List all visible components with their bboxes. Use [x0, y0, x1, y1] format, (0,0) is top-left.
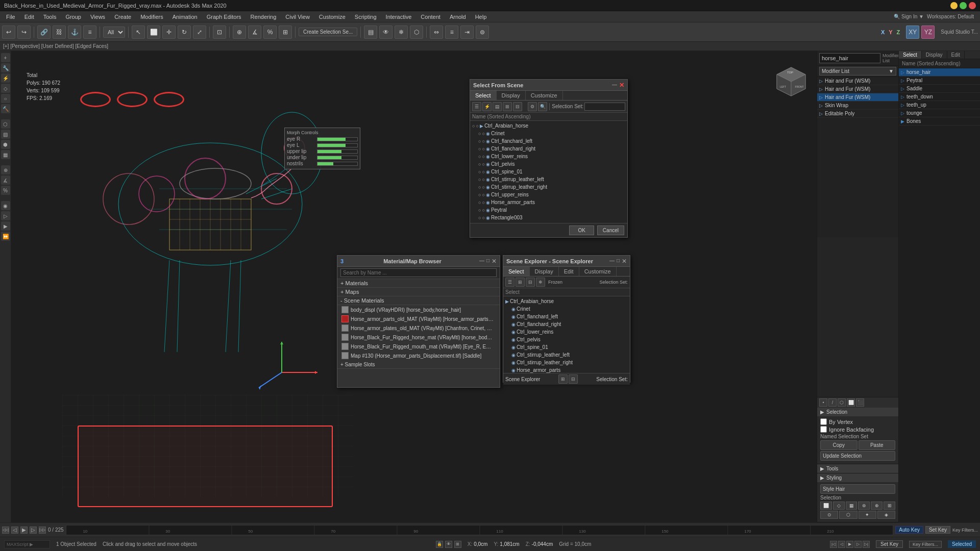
se-maxrestore-btn[interactable]: □ [617, 258, 620, 265]
sfs-tab-select[interactable]: Select [470, 91, 497, 100]
sfs-expand-btn[interactable]: ⊞ [503, 102, 512, 111]
snap-percent-btn[interactable]: % [263, 26, 277, 39]
sfs-tree-item-7[interactable]: ○ ○ ◉ Ctrl_stirrup_leather_left [470, 176, 627, 183]
set-key-btn[interactable]: Set Key [925, 526, 950, 534]
bottom-last-btn[interactable]: ▷| [863, 541, 870, 548]
unlink-btn[interactable]: ⛓ [53, 26, 66, 39]
se-item-1[interactable]: ◉ Crinet [503, 305, 630, 313]
mat-minimize-btn[interactable]: — [479, 258, 484, 265]
selection-rollout-header[interactable]: ▶ Selection [817, 408, 898, 416]
style-btn-6[interactable]: ⊞ [884, 502, 895, 510]
snap-spinner-btn[interactable]: ⊞ [279, 26, 292, 39]
sfs-cancel-btn[interactable]: Cancel [597, 226, 624, 235]
sfs-ok-btn[interactable]: OK [569, 226, 594, 235]
angle-snap-btn[interactable]: ∡ [1, 176, 10, 185]
display-item-2[interactable]: ▷ Saddle [899, 85, 980, 93]
sfs-tree-item-11[interactable]: ○ ○ ◉ Peytral [470, 206, 627, 214]
snap-toggle-btn[interactable]: ⊕ [233, 26, 246, 39]
mat-item-4[interactable]: Horse_Black_Fur_Rigged_mouth_mat (VRayMt… [337, 342, 500, 351]
timeline-prev-btn[interactable]: ◁ [11, 527, 18, 534]
sfs-options-btn[interactable]: ⚙ [528, 102, 537, 111]
se-item-3[interactable]: ◉ Ctrl_flanchard_right [503, 320, 630, 328]
object-name-input[interactable]: horse_hair [819, 53, 880, 63]
display-item-5[interactable]: ▷ tounge [899, 109, 980, 117]
style-btn-2[interactable]: ◇ [833, 502, 845, 510]
menu-content[interactable]: Content [416, 13, 445, 21]
xy-btn[interactable]: XY [906, 26, 919, 39]
redo-btn[interactable]: ↪ [17, 26, 31, 39]
display-item-1[interactable]: ▷ Peytral [899, 77, 980, 85]
mat-close-btn[interactable]: ✕ [492, 258, 497, 265]
display-item-0[interactable]: ▷ horse_hair [899, 68, 980, 77]
undo-btn[interactable]: ↩ [2, 26, 15, 39]
tools-rollout-header[interactable]: ▶ Tools [817, 464, 898, 473]
menu-file[interactable]: File [2, 13, 19, 21]
window-controls[interactable] [950, 2, 976, 9]
sfs-hierarchy-btn[interactable]: ⚡ [482, 102, 492, 111]
style-btn-8[interactable]: ⬡ [839, 511, 857, 519]
select-move-btn[interactable]: ✛ [162, 26, 176, 39]
mod-item-4[interactable]: ▷ Editable Poly [817, 110, 898, 118]
sfs-selection-set-input[interactable] [584, 103, 625, 111]
create-panel-btn[interactable]: + [1, 53, 10, 62]
display-btn[interactable]: ⬡ [410, 26, 423, 39]
mat-item-5[interactable]: Map #130 (Horse_armor_parts_Displacement… [337, 351, 500, 360]
nav-cube[interactable]: TOP LEFT FRONT [776, 66, 806, 97]
mod-item-2[interactable]: ▷ Hair and Fur (WSM) [817, 93, 898, 102]
se-item-5[interactable]: ◉ Ctrl_pelvis [503, 336, 630, 343]
se-item-2[interactable]: ◉ Ctrl_flanchard_left [503, 313, 630, 320]
snap-angle-btn[interactable]: ∡ [248, 26, 261, 39]
align-btn[interactable]: ≡ [445, 26, 458, 39]
se-filter-btn[interactable]: ☰ [505, 278, 514, 287]
se-tab-customize[interactable]: Customize [579, 267, 617, 276]
sfs-tree-item-10[interactable]: ○ ○ ◉ Horse_armor_parts [470, 198, 627, 206]
render-prod-btn[interactable]: ⏩ [1, 232, 10, 241]
se-tab-select[interactable]: Select [503, 267, 530, 276]
key-filters-bottom-btn[interactable]: Key Filters... [909, 541, 942, 548]
menu-interactive[interactable]: Interactive [382, 13, 416, 21]
mat-item-0[interactable]: body_displ (VRayHDRI) [horse_body,horse_… [337, 305, 500, 314]
style-hair-btn[interactable]: Style Hair [820, 484, 895, 494]
render-frame-btn[interactable]: ▶ [1, 221, 10, 231]
menu-modifiers[interactable]: Modifiers [136, 13, 167, 21]
sfs-tree-item-1[interactable]: ○ ○ ◉ Crinet [470, 130, 627, 137]
paste-btn[interactable]: Paste [859, 440, 896, 450]
mod-item-1[interactable]: ▷ Hair and Fur (WSM) [817, 85, 898, 93]
mod-item-0[interactable]: ▷ Hair and Fur (WSM) [817, 77, 898, 85]
viewport-shading-btn[interactable]: ▧ [1, 130, 10, 139]
by-vertex-check[interactable] [820, 418, 827, 425]
sfs-tree-item-5[interactable]: ○ ○ ◉ Ctrl_pelvis [470, 160, 627, 168]
motion-panel-btn[interactable]: ◇ [1, 84, 10, 93]
update-selection-btn[interactable]: Update Selection [820, 451, 895, 461]
border-btn[interactable]: ⬡ [838, 398, 846, 407]
viewport-cfg-btn[interactable]: ⬡ [1, 119, 10, 129]
se-item-6[interactable]: ◉ Ctrl_spine_01 [503, 343, 630, 351]
bottom-next-btn[interactable]: ▷ [854, 541, 862, 548]
sfs-filter-btn[interactable]: ☰ [472, 102, 481, 111]
style-btn-3[interactable]: ▦ [846, 502, 857, 510]
viewport-clay-btn[interactable]: ▦ [1, 150, 10, 159]
freeze-btn[interactable]: ❄ [395, 26, 408, 39]
se-item-9[interactable]: ◉ Horse_armor_parts [503, 366, 630, 373]
snap-3d-btn[interactable]: ⊕ [1, 165, 10, 174]
polygon-btn[interactable]: ⬜ [847, 398, 855, 407]
select-btn[interactable]: ↖ [132, 26, 145, 39]
styling-rollout-header[interactable]: ▶ Styling [817, 473, 898, 482]
hierarchy-panel-btn[interactable]: ⚡ [1, 73, 10, 83]
render-btn[interactable]: ▷ [1, 211, 10, 220]
sfs-tab-customize[interactable]: Customize [526, 91, 563, 100]
display-panel-btn[interactable]: ○ [1, 94, 10, 103]
sfs-close-btn[interactable]: ✕ [619, 82, 624, 89]
clone-pos-btn[interactable]: ⊚ [476, 26, 489, 39]
maxscript-input[interactable]: MAXScript ▶ [4, 540, 50, 548]
se-item-4[interactable]: ◉ Ctrl_lower_reins [503, 328, 630, 336]
link-btn[interactable]: 🔗 [37, 26, 51, 39]
menu-civil-view[interactable]: Civil View [281, 13, 313, 21]
menu-group[interactable]: Group [61, 13, 85, 21]
ignore-backface-check[interactable] [820, 426, 827, 433]
rotate-btn[interactable]: ↻ [178, 26, 191, 39]
display-item-3[interactable]: ▷ teeth_down [899, 93, 980, 101]
mat-item-3[interactable]: Horse_Black_Fur_Rigged_horse_mat (VRayMt… [337, 333, 500, 342]
sfs-tree-item-8[interactable]: ○ ○ ◉ Ctrl_stirrup_leather_right [470, 183, 627, 191]
utilities-panel-btn[interactable]: 🔨 [1, 104, 10, 113]
